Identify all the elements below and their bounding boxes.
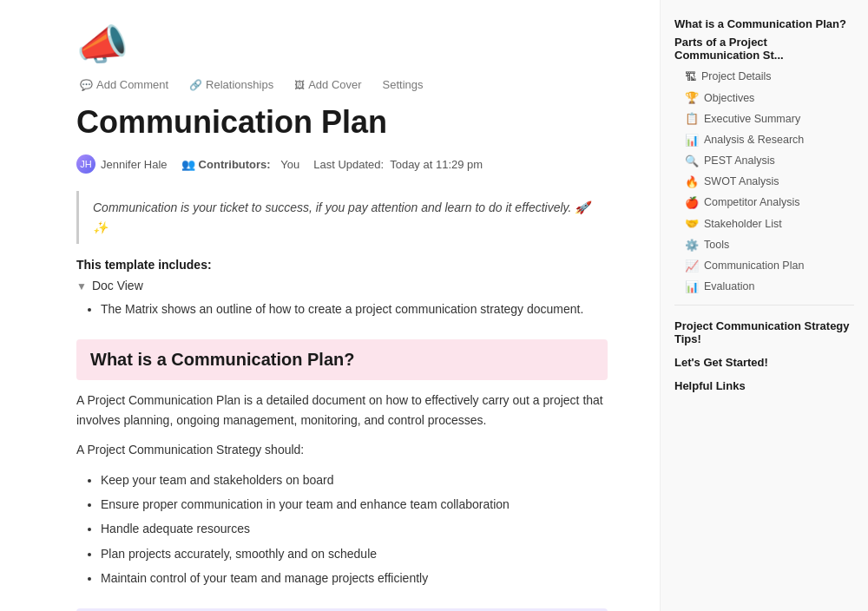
template-includes-label: This template includes: (76, 258, 608, 272)
sidebar-item-icon: 📊 (685, 133, 699, 148)
author-name: Jennifer Hale (101, 158, 168, 171)
sidebar-item[interactable]: 🏗Project Details (674, 67, 854, 88)
add-comment-button[interactable]: 💬 Add Comment (76, 76, 172, 93)
sidebar-item-label: Project Details (701, 69, 772, 85)
toggle-bullet: The Matrix shows an outline of how to cr… (101, 299, 608, 319)
list-item: Ensure proper communication in your team… (101, 495, 608, 514)
sidebar-group2[interactable]: Project Communication Strategy Tips! (674, 312, 854, 349)
section1-heading: What is a Communication Plan? (76, 339, 608, 380)
toggle-content: The Matrix shows an outline of how to cr… (76, 299, 608, 319)
image-icon: 🖼 (294, 79, 305, 91)
page-title: Communication Plan (76, 103, 608, 141)
section1-paragraph2: A Project Communication Strategy should: (76, 440, 608, 459)
sidebar-item-icon: 🔥 (685, 174, 699, 190)
list-item: Maintain control of your team and manage… (101, 568, 608, 588)
sidebar-item[interactable]: 🏆Objectives (674, 88, 854, 108)
sidebar-parts-link[interactable]: Parts of a Project Communication St... (674, 36, 854, 62)
sidebar-item-label: SWOT Analysis (704, 174, 779, 190)
sidebar-item-icon: 📈 (685, 259, 699, 274)
sidebar-item[interactable]: 🤝Stakeholder List (674, 214, 854, 234)
sidebar-divider (674, 305, 854, 306)
sidebar-item[interactable]: 📊Evaluation (674, 277, 854, 298)
sidebar-item-icon: ⚙️ (685, 238, 699, 253)
section1-bullets: Keep your team and stakeholders on board… (76, 470, 608, 588)
sidebar-item[interactable]: 📊Analysis & Research (674, 130, 854, 151)
sidebar-item-label: Communication Plan (704, 259, 804, 274)
meta-row: JH Jennifer Hale 👥 Contributors: You Las… (76, 154, 608, 174)
sidebar: What is a Communication Plan? Parts of a… (660, 0, 868, 611)
sidebar-group4[interactable]: Helpful Links (674, 372, 854, 396)
last-updated: Last Updated: Today at 11:29 pm (313, 158, 483, 171)
quote-block: Communication is your ticket to success,… (76, 191, 608, 244)
sidebar-items: 🏗Project Details🏆Objectives📋Executive Su… (674, 67, 854, 298)
sidebar-item-icon: 🔍 (685, 154, 699, 169)
sidebar-top-link[interactable]: What is a Communication Plan? (674, 17, 854, 30)
toolbar: 💬 Add Comment 🔗 Relationships 🖼 Add Cove… (76, 76, 608, 93)
sidebar-item-label: Tools (704, 238, 729, 253)
page-icon: 📣 (76, 21, 608, 69)
add-cover-button[interactable]: 🖼 Add Cover (291, 76, 365, 93)
sidebar-item[interactable]: 🍎Competitor Analysis (674, 193, 854, 214)
sidebar-item[interactable]: 📋Executive Summary (674, 108, 854, 129)
sidebar-item-label: Objectives (704, 91, 754, 107)
sidebar-item-icon: 🏗 (685, 69, 696, 85)
sidebar-item-label: Stakeholder List (704, 217, 782, 233)
avatar: JH (76, 154, 95, 174)
quote-text: Communication is your ticket to success,… (93, 200, 589, 233)
main-content: 📣 💬 Add Comment 🔗 Relationships 🖼 Add Co… (0, 0, 660, 611)
toggle-item[interactable]: ▼ Doc View (76, 279, 608, 292)
sidebar-group3[interactable]: Let's Get Started! (674, 349, 854, 372)
toggle-arrow-icon: ▼ (76, 280, 87, 292)
sidebar-item[interactable]: 🔍PEST Analysis (674, 151, 854, 172)
sidebar-item-icon: 🏆 (685, 90, 699, 106)
sidebar-item-icon: 📋 (685, 111, 699, 127)
contributors-icon: 👥 (181, 158, 195, 171)
sidebar-item-label: PEST Analysis (704, 154, 775, 169)
sidebar-item[interactable]: 🔥SWOT Analysis (674, 172, 854, 193)
sidebar-item-label: Executive Summary (704, 112, 800, 128)
sidebar-item[interactable]: ⚙️Tools (674, 235, 854, 256)
sidebar-item[interactable]: 📈Communication Plan (674, 256, 854, 277)
relationships-button[interactable]: 🔗 Relationships (186, 76, 277, 93)
comment-icon: 💬 (80, 79, 93, 91)
list-item: Handle adequate resources (101, 519, 608, 538)
sidebar-item-icon: 🤝 (685, 216, 699, 232)
list-item: Plan projects accurately, smoothly and o… (101, 544, 608, 563)
contributors: 👥 Contributors: You (181, 158, 300, 171)
author: JH Jennifer Hale (76, 154, 168, 174)
link-icon: 🔗 (189, 79, 202, 91)
sidebar-item-icon: 🍎 (685, 195, 699, 211)
sidebar-item-label: Analysis & Research (704, 133, 804, 148)
list-item: Keep your team and stakeholders on board (101, 470, 608, 489)
section1-paragraph1: A Project Communication Plan is a detail… (76, 391, 608, 430)
toggle-label: Doc View (92, 279, 143, 292)
sidebar-item-label: Competitor Analysis (704, 195, 799, 211)
sidebar-item-label: Evaluation (704, 279, 754, 295)
sidebar-item-icon: 📊 (685, 279, 699, 295)
settings-button[interactable]: Settings (379, 76, 427, 93)
